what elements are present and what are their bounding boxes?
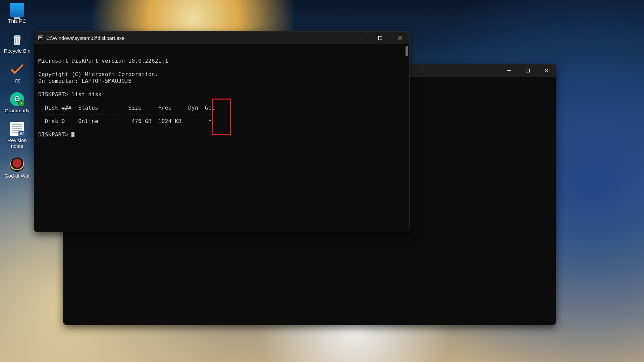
gpt-column-highlight: [212, 99, 231, 135]
maximize-button[interactable]: [370, 32, 390, 44]
table-header: Disk ### Status Size Free Dyn Gpt: [38, 105, 215, 111]
maximize-button[interactable]: [518, 64, 537, 77]
terminal-line: Microsoft DiskPart version 10.0.22621.1: [38, 58, 168, 64]
terminal-body[interactable]: Microsoft DiskPart version 10.0.22621.1 …: [34, 44, 409, 232]
minimize-button[interactable]: [351, 32, 370, 44]
desktop-icon-revision-notes[interactable]: Revision notes: [2, 122, 32, 149]
checkmark-icon: [10, 62, 24, 76]
window-title: C:\Windows\system32\diskpart.exe: [46, 35, 124, 41]
window-controls: [499, 64, 556, 77]
table-rule: -------- ------------- ------- ------- -…: [38, 111, 215, 118]
desktop-icon-label: 7Z: [14, 78, 20, 83]
table-row: Disk 0 Online 476 GB 1024 KB *: [38, 118, 212, 124]
close-button[interactable]: [537, 64, 556, 77]
minimize-button[interactable]: [499, 64, 518, 77]
desktop-icon-label: Revision notes: [2, 137, 32, 149]
word-document-icon: [10, 122, 24, 136]
recycle-bin-icon: [10, 33, 24, 47]
terminal-prompt-line: DISKPART> list disk: [38, 91, 102, 98]
desktop-icon-label: God of War: [4, 173, 30, 179]
terminal-cursor: [71, 132, 74, 137]
diskpart-window[interactable]: C:\Windows\system32\diskpart.exe Microso…: [34, 31, 410, 232]
grammarly-icon: G: [10, 92, 24, 106]
desktop-icon-grammarly[interactable]: G Grammarly: [2, 92, 32, 113]
desktop-icon-this-pc[interactable]: This PC: [2, 3, 32, 24]
desktop-icon-label: Grammarly: [5, 108, 30, 113]
terminal-line: On computer: LAPTOP-5MAOJOJB: [38, 78, 131, 84]
window-titlebar[interactable]: C:\Windows\system32\diskpart.exe: [34, 32, 409, 44]
terminal-line: Copyright (C) Microsoft Corporation.: [38, 71, 158, 77]
desktop-icon-recycle-bin[interactable]: Recycle Bin: [2, 33, 32, 54]
window-controls: [351, 32, 409, 44]
desktop-icon-label: Recycle Bin: [4, 48, 30, 54]
svg-rect-1: [526, 69, 529, 72]
desktop-icons: This PC Recycle Bin 7Z G Grammarly Revis…: [2, 3, 32, 179]
monitor-icon: [10, 3, 24, 17]
close-button[interactable]: [390, 32, 409, 44]
console-icon: [38, 36, 43, 40]
terminal-prompt-line: DISKPART>: [38, 131, 71, 138]
svg-rect-5: [378, 36, 382, 40]
game-icon: [10, 158, 24, 172]
desktop-icon-god-of-war[interactable]: God of War: [2, 158, 32, 179]
scrollbar-thumb[interactable]: [406, 46, 408, 56]
desktop-icon-7z[interactable]: 7Z: [2, 62, 32, 83]
